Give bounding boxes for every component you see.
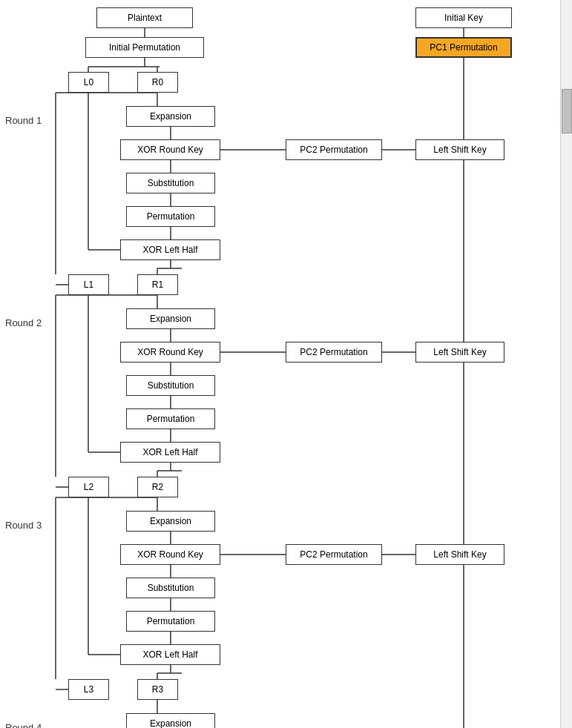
xor-rk1-box: XOR Round Key	[120, 139, 220, 160]
r1-box: R1	[137, 274, 178, 295]
l2-box: L2	[68, 477, 109, 497]
pc2-3-box: PC2 Permutation	[286, 544, 382, 565]
l1-box: L1	[68, 274, 109, 295]
expansion4-box: Expansion	[126, 713, 215, 728]
lsk3-box: Left Shift Key	[415, 544, 504, 565]
initial-perm-box: Initial Permutation	[85, 37, 204, 58]
xor-lh2-box: XOR Left Half	[120, 442, 220, 463]
xor-rk3-box: XOR Round Key	[120, 544, 220, 565]
sub1-box: Substitution	[126, 173, 215, 193]
xor-rk2-box: XOR Round Key	[120, 342, 220, 363]
round4-label: Round 4	[5, 722, 42, 728]
connections-svg	[0, 0, 549, 728]
lsk1-box: Left Shift Key	[415, 139, 504, 160]
round1-label: Round 1	[5, 115, 42, 126]
lsk2-box: Left Shift Key	[415, 342, 504, 363]
plaintext-box: Plaintext	[96, 7, 193, 28]
r2-box: R2	[137, 477, 178, 497]
initial-key-box: Initial Key	[415, 7, 512, 28]
main-container[interactable]: Plaintext Initial Key Initial Permutatio…	[0, 0, 560, 728]
perm1-box: Permutation	[126, 206, 215, 227]
round3-label: Round 3	[5, 520, 42, 531]
sub2-box: Substitution	[126, 375, 215, 396]
l0-box: L0	[68, 72, 109, 93]
pc1-perm-box: PC1 Permutation	[415, 37, 512, 58]
xor-lh1-box: XOR Left Half	[120, 239, 220, 260]
l3-box: L3	[68, 679, 109, 700]
pc2-1-box: PC2 Permutation	[286, 139, 382, 160]
r3-box: R3	[137, 679, 178, 700]
sub3-box: Substitution	[126, 578, 215, 598]
perm2-box: Permutation	[126, 408, 215, 429]
perm3-box: Permutation	[126, 611, 215, 632]
pc2-2-box: PC2 Permutation	[286, 342, 382, 363]
scrollbar-thumb[interactable]	[562, 89, 572, 133]
r0-box: R0	[137, 72, 178, 93]
expansion1-box: Expansion	[126, 106, 215, 127]
scrollbar-track[interactable]	[560, 0, 572, 728]
diagram-area: Plaintext Initial Key Initial Permutatio…	[0, 0, 549, 728]
round2-label: Round 2	[5, 317, 42, 328]
expansion2-box: Expansion	[126, 308, 215, 329]
expansion3-box: Expansion	[126, 511, 215, 532]
xor-lh3-box: XOR Left Half	[120, 644, 220, 665]
